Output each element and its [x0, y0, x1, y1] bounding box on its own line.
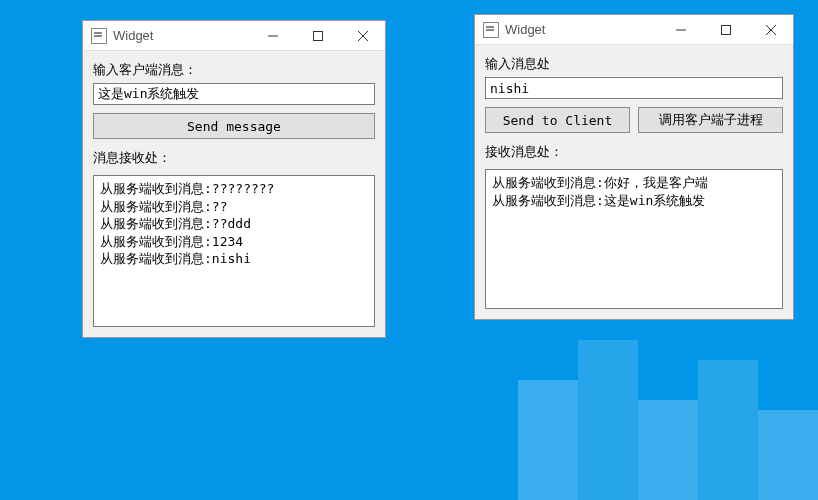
app-icon: [483, 22, 499, 38]
call-subprocess-button[interactable]: 调用客户端子进程: [638, 107, 783, 133]
send-to-client-button[interactable]: Send to Client: [485, 107, 630, 133]
client-window: Widget 输入客户端消息： Send message 消息接收处： 从服务端…: [82, 20, 386, 338]
input-label: 输入客户端消息：: [93, 61, 375, 79]
window-title: Widget: [505, 22, 658, 37]
maximize-button[interactable]: [703, 15, 748, 45]
receive-label: 接收消息处：: [485, 143, 783, 161]
minimize-button[interactable]: [250, 21, 295, 51]
app-icon: [91, 28, 107, 44]
svg-rect-1: [313, 31, 322, 40]
input-label: 输入消息处: [485, 55, 783, 73]
close-button[interactable]: [748, 15, 793, 45]
maximize-button[interactable]: [295, 21, 340, 51]
message-input[interactable]: [93, 83, 375, 105]
svg-rect-5: [721, 25, 730, 34]
receive-label: 消息接收处：: [93, 149, 375, 167]
send-button[interactable]: Send message: [93, 113, 375, 139]
close-button[interactable]: [340, 21, 385, 51]
message-input[interactable]: [485, 77, 783, 99]
message-output: 从服务端收到消息:???????? 从服务端收到消息:?? 从服务端收到消息:?…: [93, 175, 375, 327]
message-output: 从服务端收到消息:你好，我是客户端 从服务端收到消息:这是win系统触发: [485, 169, 783, 309]
window-title: Widget: [113, 28, 250, 43]
minimize-button[interactable]: [658, 15, 703, 45]
server-window: Widget 输入消息处 Send to Client 调用客户端子进程 接收消…: [474, 14, 794, 320]
titlebar[interactable]: Widget: [475, 15, 793, 45]
desktop-decoration: [518, 320, 818, 500]
titlebar[interactable]: Widget: [83, 21, 385, 51]
